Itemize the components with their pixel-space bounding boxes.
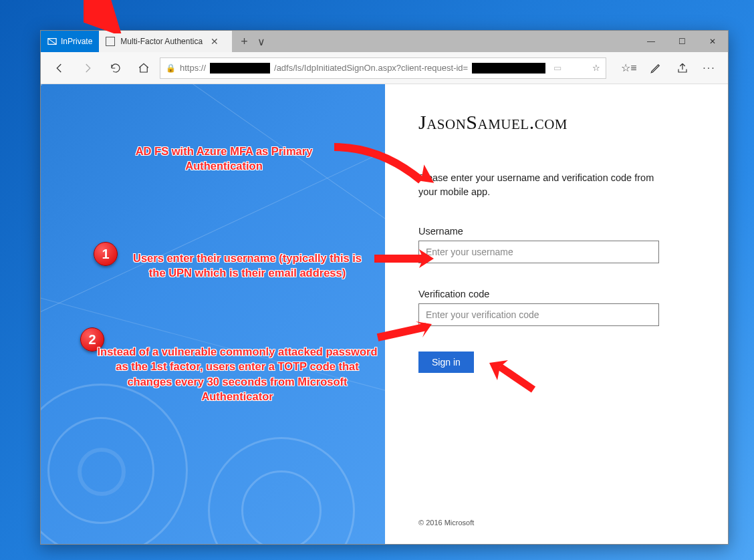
annotation-bubble-2: 2 <box>80 327 104 352</box>
browser-tab[interactable]: Multi-Factor Authentica ✕ <box>99 31 233 52</box>
brand-title: JasonSamuel.com <box>418 111 695 134</box>
window-controls: — ☐ ✕ <box>636 31 728 52</box>
username-input[interactable] <box>418 241 659 263</box>
redacted-query <box>472 63 545 74</box>
close-tab-button[interactable]: ✕ <box>208 36 221 47</box>
page-content: JasonSamuel.com Please enter your userna… <box>41 84 728 544</box>
instruction-text: Please enter your username and verificat… <box>418 171 672 199</box>
url-path: /adfs/ls/IdpInitiatedSignOn.aspx?client-… <box>274 63 468 73</box>
minimize-button[interactable]: — <box>636 31 666 52</box>
share-button[interactable] <box>670 56 695 80</box>
page-icon <box>106 37 115 46</box>
inprivate-label: InPrivate <box>61 37 92 46</box>
illustration-panel <box>41 84 385 544</box>
close-window-button[interactable]: ✕ <box>697 31 728 52</box>
annotation-arrow-top <box>84 0 124 33</box>
redacted-host <box>210 63 270 74</box>
username-label: Username <box>418 226 695 237</box>
tab-menu-button[interactable]: ∨ <box>257 35 265 48</box>
home-button[interactable] <box>132 56 156 80</box>
lock-icon: 🔒 <box>166 63 176 73</box>
svg-line-1 <box>48 39 56 45</box>
browser-window: InPrivate Multi-Factor Authentica ✕ + ∨ … <box>40 30 729 545</box>
forward-button[interactable] <box>76 56 100 80</box>
new-tab-button[interactable]: + <box>241 35 248 49</box>
notes-button[interactable] <box>644 56 668 80</box>
sign-in-button[interactable]: Sign in <box>418 352 474 373</box>
reading-view-icon[interactable]: ▭ <box>553 63 561 73</box>
tab-bar: InPrivate Multi-Factor Authentica ✕ + ∨ … <box>41 31 728 52</box>
favorite-button[interactable]: ☆ <box>592 63 600 73</box>
url-field[interactable]: 🔒 https:// /adfs/ls/IdpInitiatedSignOn.a… <box>160 57 606 79</box>
url-scheme: https:// <box>180 63 206 73</box>
inprivate-badge: InPrivate <box>41 31 99 52</box>
maximize-button[interactable]: ☐ <box>666 31 697 52</box>
tab-actions: + ∨ <box>233 31 273 52</box>
svg-line-2 <box>90 3 113 27</box>
annotation-bubble-1: 1 <box>94 242 118 266</box>
copyright-text: © 2016 Microsoft <box>418 519 474 527</box>
signin-form: JasonSamuel.com Please enter your userna… <box>385 84 728 544</box>
address-bar: 🔒 https:// /adfs/ls/IdpInitiatedSignOn.a… <box>41 52 728 84</box>
favorites-hub-button[interactable]: ☆≡ <box>617 56 641 80</box>
refresh-button[interactable] <box>104 56 128 80</box>
verification-code-label: Verification code <box>418 289 695 299</box>
verification-code-input[interactable] <box>418 303 659 326</box>
inprivate-icon <box>47 37 57 46</box>
tab-title: Multi-Factor Authentica <box>120 37 203 46</box>
settings-button[interactable]: ··· <box>697 56 721 80</box>
back-button[interactable] <box>47 56 72 80</box>
